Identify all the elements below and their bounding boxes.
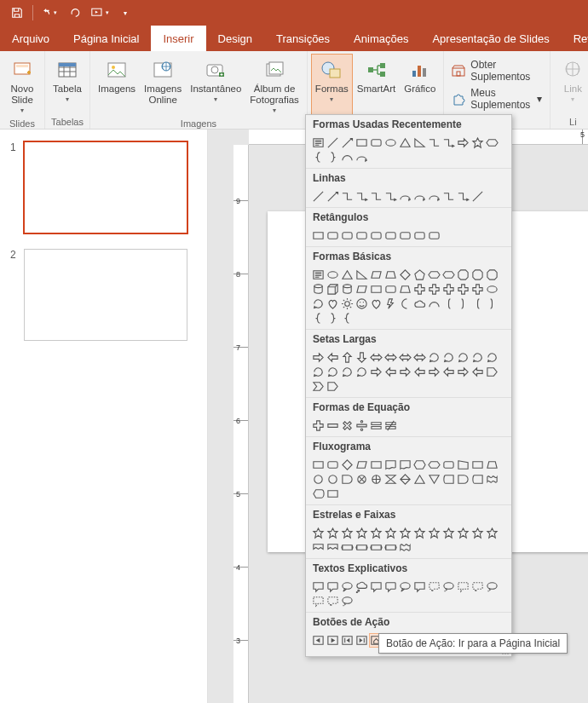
shape-roundrect[interactable] — [398, 228, 412, 243]
shape-manual[interactable] — [456, 458, 470, 472]
shape-ribbon[interactable] — [326, 540, 340, 555]
slide-thumbnail[interactable] — [24, 141, 187, 233]
shape-cylinder[interactable] — [340, 282, 355, 297]
shape-roundrect[interactable] — [383, 228, 398, 243]
shape-banner[interactable] — [383, 540, 398, 555]
shape-chevR[interactable] — [311, 379, 326, 394]
shape-rarrow[interactable] — [456, 135, 470, 150]
shape-cube[interactable] — [326, 282, 340, 297]
shape-diamond[interactable] — [340, 458, 355, 472]
shape-merge[interactable] — [427, 472, 441, 487]
shapes-button[interactable]: Formas ▾ — [311, 54, 353, 115]
shape-rect[interactable] — [470, 458, 485, 472]
shape-callOval[interactable] — [340, 579, 355, 594]
shape-actBack[interactable] — [311, 633, 326, 648]
shape-delay[interactable] — [340, 472, 355, 487]
smartart-button[interactable]: SmartArt — [353, 54, 400, 115]
shape-conn[interactable] — [311, 472, 326, 487]
shape-trapezoid[interactable] — [398, 282, 412, 297]
tab-arquivo[interactable]: Arquivo — [0, 26, 61, 51]
shape-roundrect[interactable] — [340, 228, 355, 243]
shape-cloud[interactable] — [412, 297, 427, 311]
shape-arrowLR[interactable] — [412, 350, 427, 365]
shape-stored[interactable] — [470, 472, 485, 487]
shape-oct[interactable] — [485, 268, 499, 282]
shape-plus[interactable] — [311, 418, 326, 433]
shape-rect[interactable] — [369, 458, 383, 472]
shape-banner[interactable] — [340, 540, 355, 555]
shape-heart[interactable] — [326, 297, 340, 311]
shape-star5[interactable] — [326, 526, 340, 540]
shape-circArrow[interactable] — [485, 350, 499, 365]
shape-star5[interactable] — [412, 526, 427, 540]
shape-elbow[interactable] — [340, 189, 355, 204]
shape-docFlow[interactable] — [398, 458, 412, 472]
shape-conn[interactable] — [326, 472, 340, 487]
shape-elbow[interactable] — [427, 135, 441, 150]
shape-arrowLR[interactable] — [383, 350, 398, 365]
shape-arrowL[interactable] — [326, 350, 340, 365]
shape-curved[interactable] — [412, 189, 427, 204]
shape-rect[interactable] — [326, 487, 340, 501]
my-addins-button[interactable]: Meus Suplementos ▾ — [447, 85, 546, 112]
link-button[interactable]: Link ▾ — [554, 54, 588, 115]
shape-tape[interactable] — [485, 472, 499, 487]
shape-eq[interactable] — [369, 418, 383, 433]
shape-pent[interactable] — [412, 268, 427, 282]
shape-circArrow[interactable] — [340, 365, 355, 379]
shape-extract[interactable] — [412, 472, 427, 487]
customize-qat-icon[interactable]: ▾ — [113, 1, 137, 25]
shape-star5[interactable] — [355, 526, 369, 540]
shape-callRound[interactable] — [470, 579, 485, 594]
shape-star5[interactable] — [485, 526, 499, 540]
shape-callRect[interactable] — [369, 579, 383, 594]
shape-ellipse[interactable] — [485, 282, 499, 297]
shape-lineArrow[interactable] — [340, 135, 355, 150]
shape-diamond[interactable] — [398, 268, 412, 282]
shape-sun[interactable] — [340, 297, 355, 311]
shape-arrowL[interactable] — [383, 365, 398, 379]
shape-arrowD[interactable] — [355, 350, 369, 365]
shape-arrowL[interactable] — [441, 365, 456, 379]
shape-parallelogram[interactable] — [355, 282, 369, 297]
shape-plus[interactable] — [456, 282, 470, 297]
shape-line[interactable] — [311, 189, 326, 204]
shape-circArrow[interactable] — [311, 297, 326, 311]
shape-elbow[interactable] — [441, 189, 456, 204]
shape-can[interactable] — [311, 282, 326, 297]
present-from-icon[interactable]: ▾ — [88, 1, 112, 25]
shape-bracketL[interactable] — [441, 297, 456, 311]
shape-callRound[interactable] — [427, 579, 441, 594]
shape-arc[interactable] — [340, 150, 355, 164]
shape-circArrow[interactable] — [326, 365, 340, 379]
shape-callRect[interactable] — [311, 594, 326, 608]
shape-smile[interactable] — [355, 297, 369, 311]
shape-star5[interactable] — [470, 135, 485, 150]
shape-triangle[interactable] — [398, 135, 412, 150]
shape-dataFlow[interactable] — [355, 458, 369, 472]
shape-trapezoid[interactable] — [485, 458, 499, 472]
shape-textbox[interactable] — [311, 268, 326, 282]
shape-star5[interactable] — [398, 526, 412, 540]
shape-bracketL[interactable] — [470, 297, 485, 311]
shape-rtriangle[interactable] — [355, 268, 369, 282]
shape-rarrow[interactable] — [427, 365, 441, 379]
shape-roundrect[interactable] — [383, 282, 398, 297]
shape-minus[interactable] — [326, 418, 340, 433]
shape-callRound[interactable] — [326, 594, 340, 608]
table-button[interactable]: Tabela ▾ — [49, 54, 86, 115]
new-slide-button[interactable]: Novo Slide ▾ — [3, 54, 41, 117]
shape-hex[interactable] — [427, 268, 441, 282]
shape-star5[interactable] — [441, 526, 456, 540]
shape-hex[interactable] — [485, 135, 499, 150]
shape-rarrow[interactable] — [456, 365, 470, 379]
shape-pentArrow[interactable] — [485, 365, 499, 379]
shape-mult[interactable] — [340, 418, 355, 433]
shape-actBeg[interactable] — [340, 633, 355, 648]
shape-elbowArr[interactable] — [441, 135, 456, 150]
chart-button[interactable]: Gráfico — [400, 54, 440, 115]
shape-docFlow[interactable] — [383, 458, 398, 472]
shape-braceR[interactable] — [326, 150, 340, 164]
shape-roundrect[interactable] — [355, 228, 369, 243]
shape-curved[interactable] — [355, 150, 369, 164]
